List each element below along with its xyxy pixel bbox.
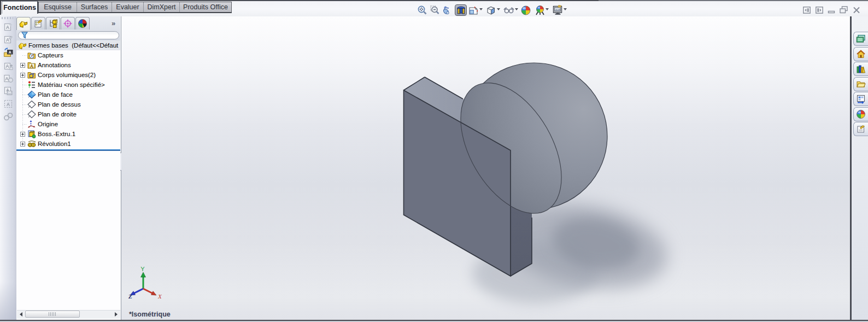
- revolve-icon: [27, 139, 36, 148]
- tab-evaluer[interactable]: Evaluer: [112, 2, 144, 12]
- view-settings-button[interactable]: [552, 4, 564, 16]
- graphics-viewport[interactable]: Y Z X *Isométrique: [121, 16, 851, 320]
- hide-show-items-button[interactable]: [503, 4, 515, 16]
- tree-row-part-root[interactable]: Formes bases (Défaut<<Défaut: [16, 40, 120, 50]
- view-palette-tab[interactable]: [853, 92, 868, 106]
- features-tab[interactable]: [16, 17, 31, 30]
- tree-row-plan-de-dessus[interactable]: Plan de dessus: [16, 99, 120, 109]
- display-manager-tab-icon: [78, 19, 87, 28]
- scrollbar-right-arrow[interactable]: [115, 312, 118, 317]
- balloon-button[interactable]: A: [3, 73, 13, 83]
- rollback-bar[interactable]: [16, 149, 120, 151]
- apply-scene-button[interactable]: [534, 4, 546, 16]
- tree-row-corps-volumiques[interactable]: Corps volumiques(2): [16, 70, 120, 80]
- view-settings-dropdown[interactable]: [564, 8, 567, 10]
- sensors-folder-icon: [27, 51, 36, 60]
- home-icon: [856, 49, 866, 59]
- svg-text:A: A: [6, 25, 10, 30]
- expand-toggle[interactable]: [20, 132, 25, 137]
- previous-view-button[interactable]: [442, 4, 454, 16]
- appearances-scenes-tab[interactable]: [853, 107, 868, 121]
- annotation-save-button[interactable]: A: [3, 86, 13, 96]
- display-style-dropdown[interactable]: [497, 8, 500, 10]
- edit-appearance-button[interactable]: [520, 4, 532, 16]
- hide-show-items-dropdown[interactable]: [515, 8, 518, 10]
- solidworks-resources-tab[interactable]: [853, 32, 868, 46]
- weld-symbol-button[interactable]: [3, 112, 13, 121]
- tab-fonctions[interactable]: Fonctions: [2, 1, 38, 14]
- file-explorer-tab[interactable]: [853, 77, 868, 91]
- fm-tabs-overflow-button[interactable]: »: [112, 19, 115, 27]
- minimize-button[interactable]: [827, 6, 835, 14]
- extrude-icon: [27, 130, 36, 138]
- view-orientation-button[interactable]: [467, 4, 479, 16]
- zoom-to-area-icon: [430, 5, 440, 15]
- tab-esquisse[interactable]: Esquisse: [39, 2, 77, 12]
- zoom-to-area-button[interactable]: [429, 4, 441, 16]
- note-button[interactable]: A: [3, 22, 13, 32]
- expand-toggle[interactable]: [20, 63, 25, 68]
- display-manager-tab[interactable]: [75, 17, 90, 30]
- tree-row-boss-extru[interactable]: Boss.-Extru.1: [16, 129, 120, 139]
- close-button[interactable]: [852, 6, 860, 14]
- dimxpert-manager-tab[interactable]: [61, 17, 75, 30]
- annotations-toolbar: A A A A A: [0, 16, 16, 320]
- collapse-pane-left-icon: [803, 7, 811, 14]
- restore-button[interactable]: [840, 6, 848, 14]
- section-view-button[interactable]: [455, 4, 467, 16]
- note-icon: A: [3, 22, 13, 32]
- restore-icon: [840, 6, 848, 14]
- toolbar-grip[interactable]: [2, 17, 15, 19]
- tab-dimxpert[interactable]: DimXpert: [144, 2, 180, 12]
- tree-row-materiau[interactable]: Matériau <non spécifié>: [16, 80, 120, 90]
- note-edit-button[interactable]: A: [3, 34, 13, 44]
- tree-label: Plan de dessus: [38, 101, 81, 108]
- tree-label: Matériau <non spécifié>: [38, 81, 105, 88]
- expand-toggle[interactable]: [20, 142, 25, 147]
- file-explorer-icon: [856, 79, 866, 89]
- add-annotation-button[interactable]: A: [3, 61, 13, 71]
- plane-selected-icon: [27, 90, 36, 99]
- tree-label: Annotations: [38, 62, 71, 68]
- feature-manager-header: »: [16, 16, 120, 40]
- part-tab-icon: [19, 19, 28, 29]
- svg-text:A: A: [7, 102, 10, 107]
- configuration-manager-tab[interactable]: [46, 17, 60, 30]
- tree-row-origine[interactable]: Origine: [16, 119, 120, 129]
- zoom-to-fit-button[interactable]: [416, 4, 428, 16]
- weld-symbol-icon: [3, 112, 13, 121]
- tab-produits-office[interactable]: Produits Office: [180, 2, 231, 12]
- triad-y-label: Y: [140, 267, 145, 272]
- annotation-save-icon: A: [3, 86, 13, 96]
- tab-surfaces[interactable]: Surfaces: [77, 2, 112, 12]
- triad-z-label: Z: [128, 293, 132, 300]
- collapse-pane-left-button[interactable]: [802, 6, 811, 14]
- material-icon: [27, 80, 36, 89]
- view-orientation-label: *Isométrique: [129, 311, 171, 318]
- tree-row-plan-de-droite[interactable]: Plan de droite: [16, 109, 120, 119]
- command-tab-bar: Esquisse Surfaces Evaluer DimXpert Produ…: [38, 2, 232, 13]
- design-library-tab[interactable]: [853, 62, 868, 76]
- tree-row-annotations[interactable]: A Annotations: [16, 60, 120, 70]
- tree-row-plan-de-face[interactable]: Plan de face: [16, 90, 120, 99]
- svg-text:A: A: [9, 50, 11, 54]
- edit-appearance-icon: [520, 5, 531, 16]
- hide-show-items-icon: [503, 5, 515, 16]
- custom-properties-tab[interactable]: [853, 122, 868, 136]
- tree-label: Corps volumiques(2): [38, 72, 96, 78]
- home-resources-tab[interactable]: [853, 47, 868, 61]
- view-orientation-dropdown[interactable]: [479, 8, 483, 10]
- tree-label: Plan de face: [38, 91, 73, 98]
- apply-scene-dropdown[interactable]: [546, 8, 549, 10]
- scrollbar-left-arrow[interactable]: [20, 312, 22, 317]
- expand-toggle[interactable]: [20, 73, 25, 78]
- tree-row-revolution[interactable]: Révolution1: [16, 139, 120, 149]
- insert-annotation-view-button[interactable]: A: [3, 48, 13, 57]
- annotation-area-button[interactable]: A: [3, 99, 13, 109]
- display-style-button[interactable]: [485, 4, 497, 16]
- fm-filter-input[interactable]: [18, 31, 119, 39]
- property-manager-tab[interactable]: [31, 17, 45, 30]
- expand-pane-right-button[interactable]: [815, 6, 823, 14]
- feature-manager-panel: » Formes bases (Défaut<<Défaut: [16, 16, 121, 320]
- tree-row-capteurs[interactable]: Capteurs: [16, 50, 120, 60]
